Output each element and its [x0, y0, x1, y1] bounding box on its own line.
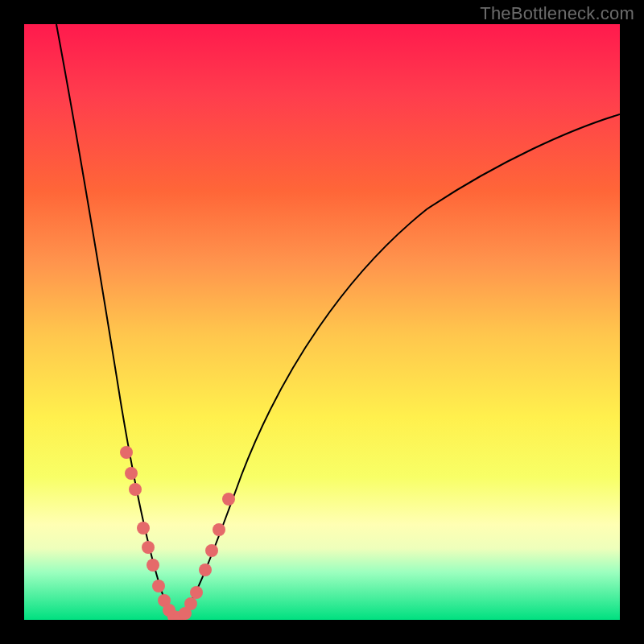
chart-frame: TheBottleneck.com — [0, 0, 644, 644]
svg-point-16 — [213, 523, 225, 536]
curve-left-branch — [56, 24, 177, 618]
curve-right-branch — [177, 114, 620, 618]
svg-point-1 — [125, 467, 138, 480]
svg-point-6 — [152, 580, 165, 592]
svg-point-2 — [129, 483, 142, 496]
chart-svg — [24, 24, 620, 620]
svg-point-0 — [120, 446, 133, 459]
svg-point-12 — [184, 597, 197, 610]
watermark-text: TheBottleneck.com — [480, 3, 634, 24]
plot-area — [24, 24, 620, 620]
svg-point-15 — [205, 544, 218, 557]
svg-point-3 — [137, 522, 150, 535]
svg-point-5 — [147, 559, 159, 572]
svg-point-14 — [199, 564, 212, 576]
svg-point-17 — [222, 493, 235, 506]
svg-point-4 — [142, 541, 155, 554]
scatter-points — [120, 446, 235, 620]
svg-point-13 — [190, 586, 203, 599]
